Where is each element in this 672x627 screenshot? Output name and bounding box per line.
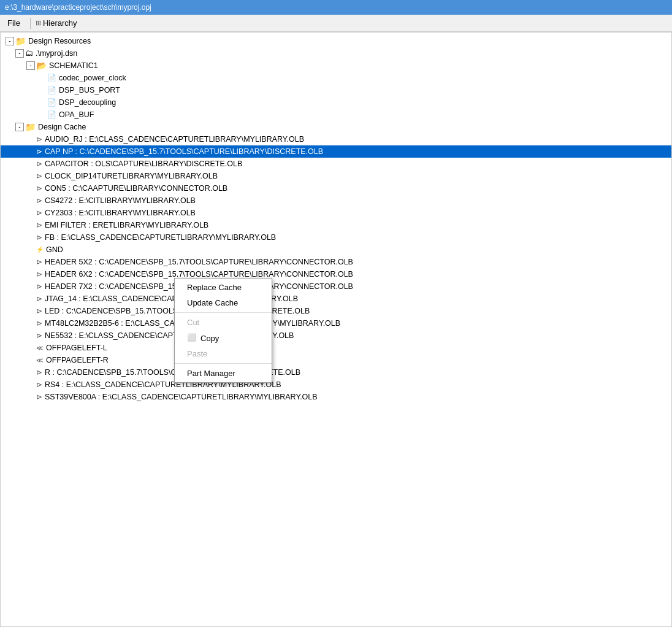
dsn-icon: 🗂 <box>25 47 33 60</box>
context-menu-replace-cache[interactable]: Replace Cache <box>175 280 272 295</box>
tree-cache-sst39[interactable]: ⊳ SST39VE800A : E:\CLASS_CADENCE\CAPTURE… <box>1 391 671 403</box>
page-icon-2: 📄 <box>47 84 56 96</box>
tree-page-dsp-bus[interactable]: 📄 DSP_BUS_PORT <box>1 84 671 96</box>
expand-myproj[interactable]: - <box>15 49 24 58</box>
comp-icon-sst39: ⊳ <box>36 391 42 403</box>
cache-header5x2-label: HEADER 5X2 : C:\CADENCE\SPB_15.7\TOOLS\C… <box>45 256 353 268</box>
comp-icon-h7x2: ⊳ <box>36 280 42 293</box>
tree-cache-emi[interactable]: ⊳ EMI FILTER : ERETLIBRARY\MYLIBRARY.OLB <box>1 219 671 231</box>
tree-cache-clock[interactable]: ⊳ CLOCK_DIP14TURETLIBRARY\MYLIBRARY.OLB <box>1 170 671 182</box>
comp-icon-led: ⊳ <box>36 305 42 317</box>
tree-cache-ne5532[interactable]: ⊳ NE5532 : E:\CLASS_CADENCE\CAPTURETLIBR… <box>1 329 671 342</box>
cache-fb-label: FB : E:\CLASS_CADENCE\CAPTURETLIBRARY\MY… <box>45 231 276 244</box>
context-menu-update-cache-label: Update Cache <box>187 298 238 307</box>
tree-cache-header5x2[interactable]: ⊳ HEADER 5X2 : C:\CADENCE\SPB_15.7\TOOLS… <box>1 256 671 268</box>
comp-icon-h6x2: ⊳ <box>36 268 42 280</box>
tree-cache-capacitor[interactable]: ⊳ CAPACITOR : OLS\CAPTURE\LIBRARY\DISCRE… <box>1 158 671 170</box>
tree-cache-header7x2[interactable]: ⊳ HEADER 7X2 : C:\CADENCE\SPB_15.7\TOOLS… <box>1 280 671 293</box>
tree-cache-led[interactable]: ⊳ LED : C:\CADENCE\SPB_15.7\TOOLS\CAPTUR… <box>1 305 671 317</box>
comp-icon-rs4: ⊳ <box>36 379 42 391</box>
tree-cache-offpage-l[interactable]: ≪ OFFPAGELEFT-L <box>1 342 671 354</box>
context-menu-copy[interactable]: ⬜ Copy <box>175 330 272 346</box>
tree-cache-cy2303[interactable]: ⊳ CY2303 : E:\ClTLIBRARY\MYLIBRARY.OLB <box>1 207 671 219</box>
context-menu-replace-cache-label: Replace Cache <box>187 283 242 292</box>
schematic1-label: SCHEMATIC1 <box>49 60 98 72</box>
cache-offpage-l-label: OFFPAGELEFT-L <box>46 342 107 354</box>
cache-capacitor-label: CAPACITOR : OLS\CAPTURE\LIBRARY\DISCRETE… <box>45 158 242 170</box>
cache-emi-label: EMI FILTER : ERETLIBRARY\MYLIBRARY.OLB <box>45 219 208 231</box>
tree-cache-cap-np[interactable]: ⊳ CAP NP : C:\CADENCE\SPB_15.7\TOOLS\CAP… <box>1 145 671 158</box>
comp-icon-ne5532: ⊳ <box>36 329 42 342</box>
cache-gnd-label: GND <box>46 244 63 256</box>
comp-icon-clock: ⊳ <box>36 170 42 182</box>
tree-cache-mt48[interactable]: ⊳ MT48LC2M32B2B5-6 : E:\CLASS_CADENCE\CA… <box>1 317 671 329</box>
tree-cache-cs4272[interactable]: ⊳ CS4272 : E:\ClTLIBRARY\MYLIBRARY.OLB <box>1 194 671 207</box>
expand-design-resources[interactable]: - <box>6 37 14 45</box>
comp-icon-cy2303: ⊳ <box>36 207 42 219</box>
context-menu-paste: Paste <box>175 346 272 361</box>
context-menu-part-manager[interactable]: Part Manager <box>175 366 272 381</box>
tree-cache-audio-rj[interactable]: ⊳ AUDIO_RJ : E:\CLASS_CADENCE\CAPTURETLI… <box>1 133 671 145</box>
page-icon-4: 📄 <box>47 109 56 121</box>
comp-icon-h5x2: ⊳ <box>36 256 42 268</box>
copy-icon: ⬜ <box>187 333 197 343</box>
comp-icon-cs4272: ⊳ <box>36 194 42 207</box>
context-menu-separator-1 <box>175 312 272 313</box>
cache-con5-label: CON5 : C:\CAAPTURE\LIBRARY\CONNECTOR.OLB <box>45 182 227 194</box>
context-menu-copy-label: Copy <box>200 334 219 343</box>
menu-bar: File ⊞ Hierarchy <box>0 15 672 32</box>
offpage-icon-r: ≪ <box>36 354 44 366</box>
hierarchy-icon: ⊞ <box>36 19 41 27</box>
title-bar: e:\3_hardware\practiceproject\sch\myproj… <box>0 0 672 15</box>
tree-myproj-dsn[interactable]: - 🗂 .\myproj.dsn <box>1 47 671 60</box>
context-menu: Replace Cache Update Cache Cut ⬜ Copy Pa… <box>174 278 272 383</box>
page-icon-3: 📄 <box>47 96 56 109</box>
design-cache-label: Design Cache <box>38 121 86 133</box>
context-menu-part-manager-label: Part Manager <box>187 369 235 378</box>
cache-cy2303-label: CY2303 : E:\ClTLIBRARY\MYLIBRARY.OLB <box>45 207 196 219</box>
cache-folder-icon: 📁 <box>25 121 36 133</box>
tree-cache-con5[interactable]: ⊳ CON5 : C:\CAAPTURE\LIBRARY\CONNECTOR.O… <box>1 182 671 194</box>
tree-page-codec[interactable]: 📄 codec_power_clock <box>1 72 671 84</box>
page-icon: 📄 <box>47 72 56 84</box>
tree-cache-gnd[interactable]: ⚡ GND <box>1 244 671 256</box>
comp-icon-cap-np: ⊳ <box>36 145 42 158</box>
comp-icon-jtag: ⊳ <box>36 293 42 305</box>
tree-schematic1[interactable]: - 📂 SCHEMATIC1 <box>1 60 671 72</box>
context-menu-cut-label: Cut <box>187 318 199 327</box>
cache-cs4272-label: CS4272 : E:\ClTLIBRARY\MYLIBRARY.OLB <box>45 194 196 207</box>
cache-offpage-r-label: OFFPAGELEFT-R <box>46 354 109 366</box>
context-menu-cut: Cut <box>175 315 272 330</box>
tree-design-resources[interactable]: - 📁 Design Resources <box>1 35 671 47</box>
tree-cache-jtag14[interactable]: ⊳ JTAG_14 : E:\CLASS_CADENCE\CAPTURETLIB… <box>1 293 671 305</box>
tree-cache-header6x2[interactable]: ⊳ HEADER 6X2 : C:\CADENCE\SPB_15.7\TOOLS… <box>1 268 671 280</box>
tree-design-cache[interactable]: - 📁 Design Cache <box>1 121 671 133</box>
power-icon-gnd: ⚡ <box>36 244 44 256</box>
page-label-dsp-dec: DSP_decoupling <box>59 96 116 109</box>
expand-design-cache[interactable]: - <box>15 123 24 131</box>
tree-cache-rs4[interactable]: ⊳ RS4 : E:\CLASS_CADENCE\CAPTURETLIBRARY… <box>1 379 671 391</box>
tree-container: - 📁 Design Resources - 🗂 .\myproj.dsn - … <box>0 32 672 627</box>
tree-cache-fb[interactable]: ⊳ FB : E:\CLASS_CADENCE\CAPTURETLIBRARY\… <box>1 231 671 244</box>
page-label-opa: OPA_BUF <box>59 109 94 121</box>
comp-icon-mt48: ⊳ <box>36 317 42 329</box>
tree-cache-r[interactable]: ⊳ R : C:\CADENCE\SPB_15.7\TOOLS\CAPTURE\… <box>1 366 671 379</box>
menu-separator <box>30 18 31 29</box>
page-label-codec: codec_power_clock <box>59 72 126 84</box>
tree-page-opa[interactable]: 📄 OPA_BUF <box>1 109 671 121</box>
menu-hierarchy[interactable]: ⊞ Hierarchy <box>36 18 77 28</box>
cache-clock-label: CLOCK_DIP14TURETLIBRARY\MYLIBRARY.OLB <box>45 170 218 182</box>
design-resources-label: Design Resources <box>28 35 91 47</box>
comp-icon-fb: ⊳ <box>36 231 42 244</box>
offpage-icon-l: ≪ <box>36 342 44 354</box>
expand-schematic1[interactable]: - <box>26 61 35 70</box>
folder-icon: 📁 <box>15 35 26 47</box>
tree-cache-offpage-r[interactable]: ≪ OFFPAGELEFT-R <box>1 354 671 366</box>
myproj-dsn-label: .\myproj.dsn <box>36 47 77 60</box>
menu-file[interactable]: File <box>2 17 25 29</box>
tree-page-dsp-dec[interactable]: 📄 DSP_decoupling <box>1 96 671 109</box>
cache-cap-np-label: CAP NP : C:\CADENCE\SPB_15.7\TOOLS\CAPTU… <box>45 145 323 158</box>
cache-sst39-label: SST39VE800A : E:\CLASS_CADENCE\CAPTURETL… <box>45 391 318 403</box>
context-menu-update-cache[interactable]: Update Cache <box>175 295 272 310</box>
comp-icon-cap: ⊳ <box>36 158 42 170</box>
